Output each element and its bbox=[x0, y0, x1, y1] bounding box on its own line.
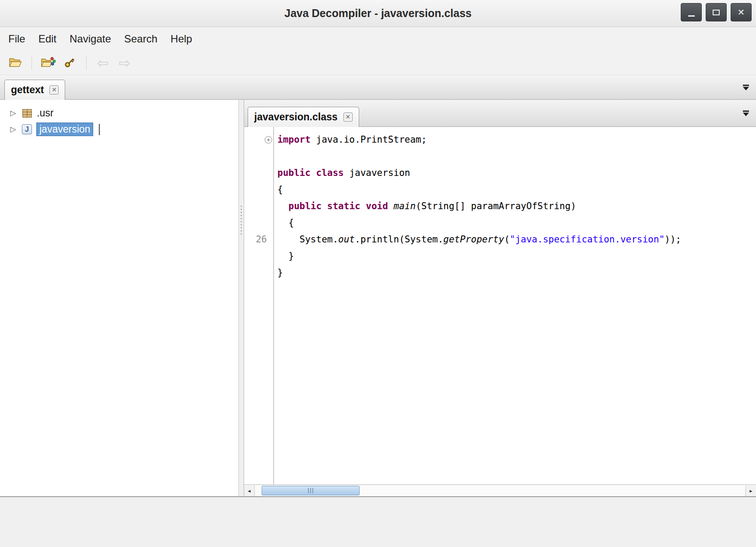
background-strip bbox=[0, 497, 756, 547]
gutter-line-number: + bbox=[244, 131, 273, 148]
window-controls: ✕ bbox=[681, 3, 752, 21]
menu-item-edit[interactable]: Edit bbox=[32, 33, 63, 45]
tree-item-usr[interactable]: ▷ .usr bbox=[0, 105, 238, 121]
minimize-icon bbox=[688, 15, 695, 17]
menu-item-help[interactable]: Help bbox=[164, 33, 199, 45]
close-button[interactable]: ✕ bbox=[731, 3, 752, 21]
tab-close-icon[interactable]: ✕ bbox=[343, 112, 353, 122]
minimize-button[interactable] bbox=[681, 3, 702, 21]
toolbar-separator bbox=[32, 56, 32, 70]
code-line: import java.io.PrintStream; bbox=[277, 131, 756, 148]
gutter-line-number bbox=[244, 264, 273, 281]
titlebar: Java Decompiler - javaversion.class ✕ bbox=[0, 0, 756, 27]
scroll-right-icon: ▸ bbox=[749, 487, 752, 494]
main-content: ▷ .usr ▷ J javaversion bbox=[0, 100, 756, 496]
code-line bbox=[277, 148, 756, 165]
code-line: public static void main(String[] paramAr… bbox=[277, 198, 756, 214]
splitter-grip-icon bbox=[240, 205, 243, 236]
tab-label: gettext bbox=[11, 84, 44, 96]
pane-splitter[interactable] bbox=[238, 100, 244, 496]
code-line: } bbox=[277, 264, 756, 281]
toolbar-separator bbox=[86, 56, 87, 70]
gutter-line-number: 26 bbox=[244, 231, 273, 248]
gutter-line-number bbox=[244, 214, 273, 231]
text-cursor bbox=[99, 124, 100, 135]
code-area[interactable]: +26 import java.io.PrintStream;public cl… bbox=[244, 127, 756, 484]
open-type-button[interactable] bbox=[38, 54, 58, 72]
tab-gettext[interactable]: gettext ✕ bbox=[4, 80, 65, 100]
editor-tab-list-dropdown-icon[interactable] bbox=[743, 110, 749, 116]
forward-arrow-icon: ⇨ bbox=[119, 56, 131, 70]
scrollbar-thumb[interactable] bbox=[262, 486, 360, 495]
horizontal-scrollbar[interactable]: ◂ ▸ bbox=[244, 484, 756, 496]
toolbar: ⇦ ⇨ bbox=[0, 51, 756, 75]
tab-list-dropdown-icon[interactable] bbox=[743, 84, 749, 90]
package-icon bbox=[22, 108, 32, 119]
menu-item-navigate[interactable]: Navigate bbox=[63, 33, 118, 45]
expand-plus-icon[interactable]: + bbox=[265, 136, 272, 144]
tree-item-label-selected: javaversion bbox=[36, 123, 93, 136]
gutter-line-number bbox=[244, 148, 273, 165]
code-line: { bbox=[277, 181, 756, 198]
tree-item-javaversion[interactable]: ▷ J javaversion bbox=[0, 121, 238, 137]
gutter-lines: +26 bbox=[244, 127, 274, 484]
scroll-right-button[interactable]: ▸ bbox=[746, 485, 756, 496]
gutter-line-number bbox=[244, 248, 273, 264]
expander-icon[interactable]: ▷ bbox=[9, 125, 18, 134]
java-class-icon: J bbox=[22, 124, 32, 134]
search-key-icon bbox=[63, 55, 77, 71]
forward-button[interactable]: ⇨ bbox=[115, 54, 135, 72]
code-line: } bbox=[277, 248, 756, 264]
open-file-button[interactable] bbox=[5, 54, 25, 72]
expander-icon[interactable]: ▷ bbox=[9, 109, 18, 118]
code-line: public class javaversion bbox=[277, 165, 756, 181]
back-arrow-icon: ⇦ bbox=[97, 56, 109, 70]
scroll-left-icon: ◂ bbox=[248, 487, 251, 494]
folder-type-icon bbox=[41, 56, 56, 70]
editor-tabstrip: javaversion.class ✕ bbox=[244, 100, 756, 127]
menu-item-search[interactable]: Search bbox=[118, 33, 164, 45]
workspace-tabstrip: gettext ✕ bbox=[0, 75, 756, 100]
menubar: File Edit Navigate Search Help bbox=[0, 27, 756, 51]
gutter-line-number bbox=[244, 165, 273, 181]
close-icon: ✕ bbox=[738, 8, 745, 17]
window-title: Java Decompiler - javaversion.class bbox=[284, 7, 472, 20]
search-button[interactable] bbox=[60, 54, 80, 72]
file-tree-pane: ▷ .usr ▷ J javaversion bbox=[0, 100, 238, 496]
tab-close-icon[interactable]: ✕ bbox=[49, 85, 59, 95]
gutter-line-number bbox=[244, 198, 273, 214]
editor-pane: javaversion.class ✕ +26 import java.io.P… bbox=[244, 100, 756, 496]
tree-item-label: .usr bbox=[37, 107, 53, 119]
tab-label: javaversion.class bbox=[254, 111, 338, 123]
code-line: { bbox=[277, 214, 756, 231]
folder-open-icon bbox=[8, 56, 22, 70]
scroll-left-button[interactable]: ◂ bbox=[244, 485, 255, 496]
code-lines[interactable]: import java.io.PrintStream;public class … bbox=[274, 127, 756, 484]
app-window: Java Decompiler - javaversion.class ✕ Fi… bbox=[0, 0, 756, 497]
maximize-icon bbox=[713, 10, 720, 15]
menu-item-file[interactable]: File bbox=[2, 33, 32, 45]
back-button[interactable]: ⇦ bbox=[93, 54, 113, 72]
tab-javaversion-class[interactable]: javaversion.class ✕ bbox=[248, 107, 359, 127]
gutter-line-number bbox=[244, 181, 273, 198]
maximize-button[interactable] bbox=[706, 3, 727, 21]
code-line: System.out.println(System.getProperty("j… bbox=[277, 231, 756, 248]
